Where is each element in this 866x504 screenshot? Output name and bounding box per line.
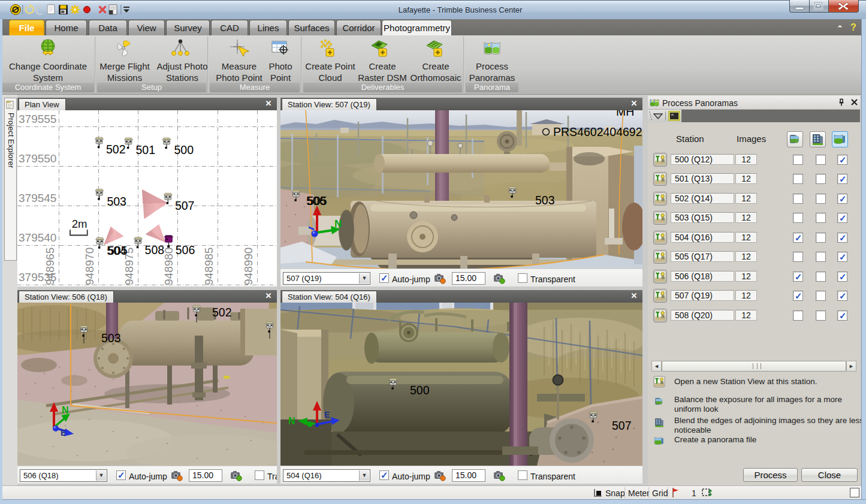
svg-text:500: 500 xyxy=(410,384,430,397)
svg-text:506: 506 xyxy=(176,243,195,256)
svg-text:N: N xyxy=(62,405,69,415)
svg-text:379540: 379540 xyxy=(19,231,56,244)
svg-text:500: 500 xyxy=(174,143,194,156)
svg-text:507: 507 xyxy=(175,199,195,212)
svg-text:503: 503 xyxy=(101,331,121,345)
svg-text:508: 508 xyxy=(145,243,165,256)
svg-text:502: 502 xyxy=(106,143,126,156)
svg-text:379550: 379550 xyxy=(19,152,56,165)
svg-text:502: 502 xyxy=(212,306,232,319)
svg-text:505: 505 xyxy=(307,194,327,207)
svg-text:N: N xyxy=(288,416,295,426)
svg-text:505: 505 xyxy=(108,244,128,257)
svg-text:948990: 948990 xyxy=(242,248,255,285)
svg-text:379545: 379545 xyxy=(19,192,56,204)
svg-text:N: N xyxy=(334,218,342,230)
svg-text:379555: 379555 xyxy=(19,113,56,125)
svg-text:501: 501 xyxy=(136,143,156,156)
svg-text:E: E xyxy=(61,428,66,437)
svg-text:948985: 948985 xyxy=(203,248,215,285)
svg-text:948965: 948965 xyxy=(44,248,56,285)
svg-text:948970: 948970 xyxy=(83,248,96,285)
svg-text:PRS46024046927: PRS46024046927 xyxy=(553,125,642,138)
svg-text:507: 507 xyxy=(612,419,632,432)
svg-text:2m: 2m xyxy=(72,218,87,230)
svg-text:503: 503 xyxy=(535,194,555,207)
svg-text:E: E xyxy=(324,410,330,420)
svg-text:MH: MH xyxy=(616,110,634,118)
svg-text:503: 503 xyxy=(107,195,126,208)
